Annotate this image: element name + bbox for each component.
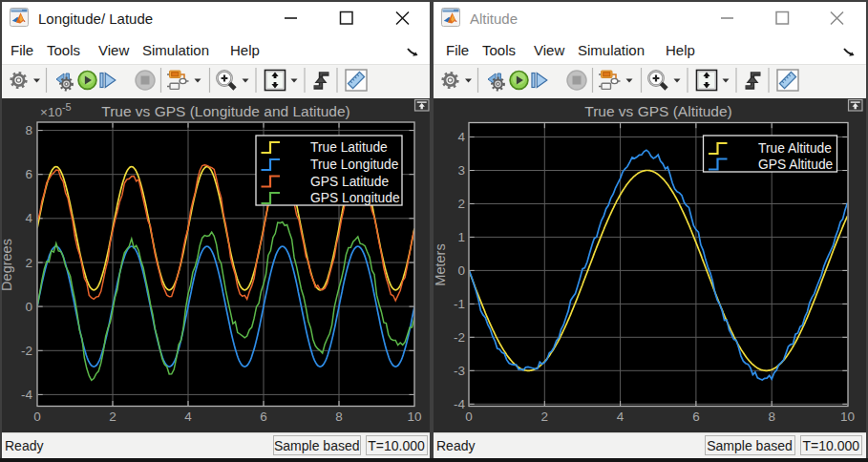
svg-text:0: 0	[457, 263, 465, 278]
svg-text:1: 1	[457, 230, 465, 244]
svg-text:2: 2	[541, 410, 549, 424]
svg-text:8: 8	[768, 410, 775, 424]
svg-text:6: 6	[692, 410, 700, 424]
svg-text:-4: -4	[454, 397, 465, 411]
svg-text:-1: -1	[454, 297, 465, 311]
svg-text:4: 4	[457, 130, 465, 144]
svg-text:True Altitude: True Altitude	[758, 141, 832, 156]
svg-text:True vs GPS (Altitude): True vs GPS (Altitude)	[584, 103, 731, 119]
svg-text:3: 3	[457, 163, 465, 178]
svg-text:2: 2	[457, 197, 465, 211]
svg-text:0: 0	[465, 410, 473, 424]
svg-text:-2: -2	[454, 330, 465, 345]
svg-text:4: 4	[617, 410, 625, 424]
svg-text:-3: -3	[454, 364, 465, 378]
svg-text:Meters: Meters	[433, 243, 448, 285]
svg-text:10: 10	[840, 410, 855, 424]
svg-text:GPS Altitude: GPS Altitude	[758, 158, 834, 172]
